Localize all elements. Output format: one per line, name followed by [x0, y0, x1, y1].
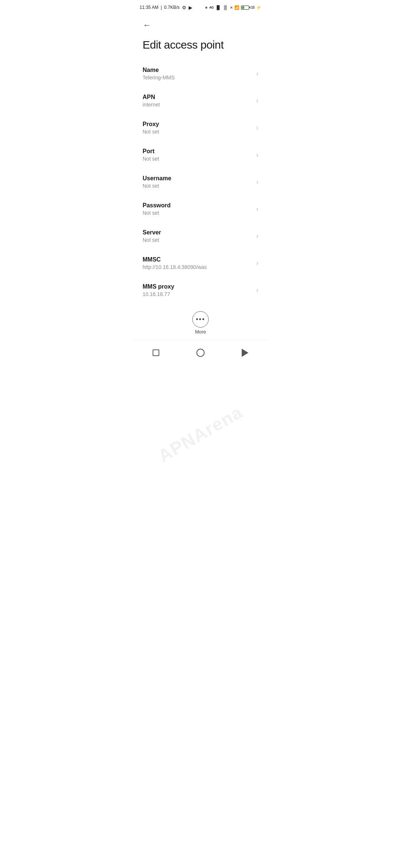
wifi-icon: 📶	[234, 5, 239, 10]
item-content: Proxy Not set	[143, 121, 253, 135]
status-bar: 11:35 AM | 0.7KB/s ⚙ ▶ ∗ 4G ▐▌ ▐▌ ✕ 📶 38…	[134, 0, 267, 13]
item-label: Server	[143, 229, 253, 236]
more-button[interactable]: •••	[192, 311, 209, 328]
item-label: MMS proxy	[143, 283, 253, 290]
settings-item[interactable]: Password Not set ›	[134, 195, 267, 223]
chevron-right-icon: ›	[256, 97, 258, 105]
settings-item[interactable]: MMS proxy 10.16.18.77 ›	[134, 277, 267, 304]
status-right: ∗ 4G ▐▌ ▐▌ ✕ 📶 38 ⚡	[205, 5, 261, 10]
network-4g-icon: 4G	[209, 6, 214, 9]
chevron-right-icon: ›	[256, 178, 258, 186]
item-content: APN internet	[143, 94, 253, 108]
item-value: Not set	[143, 237, 253, 243]
signal-x-icon: ✕	[230, 6, 233, 10]
more-dots-icon: •••	[196, 316, 205, 323]
item-value: internet	[143, 102, 253, 108]
item-content: Username Not set	[143, 175, 253, 189]
back-button[interactable]: ←	[140, 18, 154, 33]
status-separator: |	[161, 5, 162, 10]
item-content: Password Not set	[143, 202, 253, 216]
battery-percent: 38	[251, 6, 255, 10]
item-value: Not set	[143, 210, 253, 216]
item-value: Telering-MMS	[143, 75, 253, 80]
home-button[interactable]	[192, 345, 209, 361]
page-title: Edit access point	[134, 36, 267, 60]
settings-item[interactable]: Server Not set ›	[134, 223, 267, 250]
settings-icon: ⚙	[182, 5, 186, 10]
item-content: Server Not set	[143, 229, 253, 243]
back-nav-button[interactable]	[237, 345, 253, 361]
more-section: ••• More	[134, 304, 267, 340]
item-label: Username	[143, 175, 253, 182]
item-value: Not set	[143, 129, 253, 135]
charging-icon: ⚡	[256, 5, 261, 10]
status-speed: 0.7KB/s	[164, 5, 180, 10]
camera-icon: ▶	[189, 5, 192, 10]
item-content: MMSC http://10.16.18.4:38090/was	[143, 256, 253, 270]
chevron-right-icon: ›	[256, 205, 258, 213]
item-label: Name	[143, 67, 253, 73]
settings-item[interactable]: Port Not set ›	[134, 141, 267, 168]
back-nav-icon	[242, 349, 248, 357]
item-label: MMSC	[143, 256, 253, 263]
status-time: 11:35 AM	[140, 5, 159, 10]
recents-button[interactable]	[148, 345, 164, 361]
recents-icon	[153, 349, 159, 356]
settings-item[interactable]: Name Telering-MMS ›	[134, 60, 267, 87]
item-label: APN	[143, 94, 253, 101]
chevron-right-icon: ›	[256, 70, 258, 78]
more-label: More	[195, 329, 206, 335]
signal-bars2-icon: ▐▌	[222, 5, 228, 10]
bluetooth-icon: ∗	[205, 5, 208, 10]
item-content: MMS proxy 10.16.18.77	[143, 283, 253, 297]
settings-item[interactable]: Proxy Not set ›	[134, 114, 267, 141]
item-value: Not set	[143, 183, 253, 189]
settings-item[interactable]: APN internet ›	[134, 87, 267, 114]
signal-bars-icon: ▐▌	[215, 5, 221, 10]
back-arrow-icon: ←	[143, 20, 151, 30]
chevron-right-icon: ›	[256, 286, 258, 294]
chevron-right-icon: ›	[256, 232, 258, 240]
item-value: 10.16.18.77	[143, 291, 253, 297]
chevron-right-icon: ›	[256, 151, 258, 159]
chevron-right-icon: ›	[256, 124, 258, 132]
settings-item[interactable]: MMSC http://10.16.18.4:38090/was ›	[134, 250, 267, 277]
item-value: http://10.16.18.4:38090/was	[143, 264, 253, 270]
item-content: Port Not set	[143, 148, 253, 162]
item-label: Port	[143, 148, 253, 155]
top-nav: ←	[134, 13, 267, 36]
status-left: 11:35 AM | 0.7KB/s ⚙ ▶	[140, 5, 192, 10]
settings-item[interactable]: Username Not set ›	[134, 168, 267, 195]
nav-bar	[134, 340, 267, 368]
item-label: Proxy	[143, 121, 253, 128]
battery-icon	[241, 6, 249, 10]
chevron-right-icon: ›	[256, 259, 258, 267]
item-content: Name Telering-MMS	[143, 67, 253, 80]
home-icon	[196, 349, 205, 357]
settings-list: Name Telering-MMS › APN internet › Proxy…	[134, 60, 267, 304]
item-label: Password	[143, 202, 253, 209]
item-value: Not set	[143, 156, 253, 162]
